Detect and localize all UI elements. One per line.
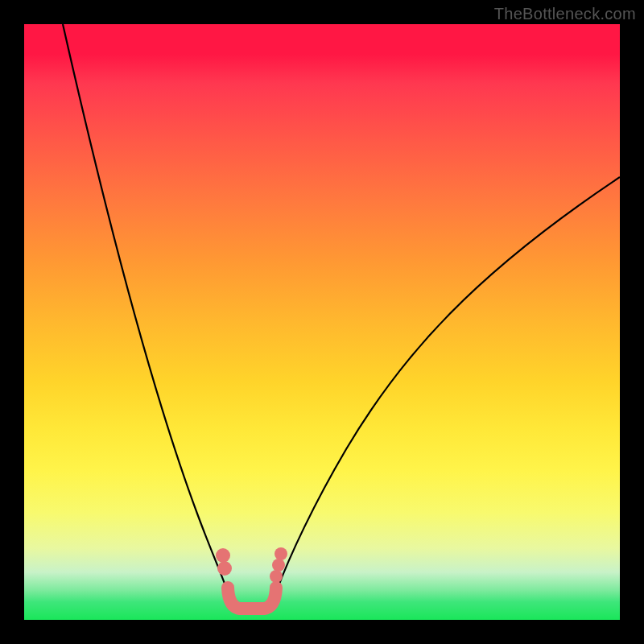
right-bump-mid	[272, 559, 285, 572]
right-bump-lower	[270, 570, 283, 583]
chart-frame	[24, 24, 620, 620]
watermark-text: TheBottleneck.com	[494, 5, 636, 23]
left-bump-lower	[217, 561, 232, 576]
left-bump-upper	[216, 548, 230, 563]
right-curve	[277, 177, 620, 590]
left-curve	[63, 24, 227, 590]
right-bump-upper	[275, 547, 287, 560]
chart-svg	[24, 24, 620, 620]
baseline-optimal-region	[228, 588, 276, 609]
